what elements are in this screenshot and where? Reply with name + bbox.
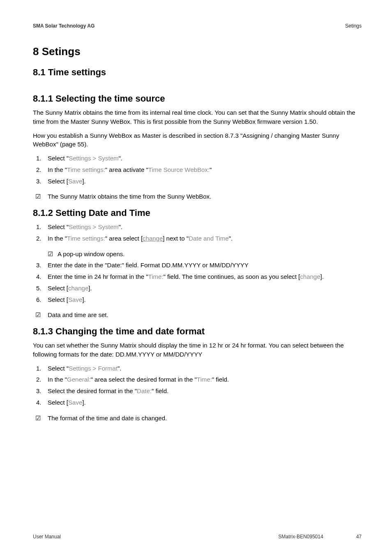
step-item: 3. Select [Save]. (33, 177, 362, 186)
step-item: 1. Select "Settings > System". (33, 154, 362, 163)
step-text: " area select the desired format in the … (91, 376, 197, 383)
ui-text: Settings > Format (69, 365, 118, 372)
ui-text: Time Source WebBox: (148, 166, 210, 173)
step-text: ]. (88, 285, 92, 292)
step-text: " field. (212, 376, 229, 383)
step-text: ]. (82, 399, 85, 406)
section-8-1-3-title: 8.1.3 Changing the time and date format (33, 326, 362, 337)
page-header: SMA Solar Technology AG Setings (33, 23, 362, 31)
ui-text: General: (67, 376, 91, 383)
result-text: Data and time are set. (48, 311, 108, 318)
step-text: ]. (82, 296, 85, 303)
step-number: 1. (36, 364, 42, 373)
ui-text: Save (68, 296, 82, 303)
step-text: ". (229, 235, 233, 242)
step-text: " field. (152, 387, 168, 394)
section-8-1-title: 8.1 Time settings (33, 67, 362, 78)
sub-result-line: ☑ A pop-up window opens. (33, 250, 362, 259)
step-text: In the " (48, 376, 67, 383)
step-item: 2. In the "Time settings:" area select [… (33, 234, 362, 243)
step-text: ". (119, 155, 123, 162)
ui-link-text: change (143, 235, 163, 242)
result-text: The Sunny Matrix obtains the time from t… (48, 193, 211, 200)
step-number: 2. (36, 165, 42, 174)
step-number: 3. (36, 387, 42, 396)
ui-text: Date and Time (189, 235, 229, 242)
step-item: 1. Select "Settings > Format". (33, 364, 362, 373)
step-item: 1. Select "Settings > System". (33, 222, 362, 232)
step-text: Select " (48, 223, 69, 230)
step-text: In the " (48, 166, 67, 173)
steps-list: 1. Select "Settings > Format". 2. In the… (33, 364, 362, 407)
step-text: " field. The time continues, as soon as … (164, 273, 300, 280)
step-text: Select [ (48, 296, 68, 303)
step-text: Select " (48, 365, 69, 372)
step-item: 4. Select [Save]. (33, 398, 362, 407)
step-text: " area activate " (105, 166, 148, 173)
step-number: 4. (36, 272, 42, 281)
check-icon: ☑ (48, 250, 53, 259)
step-item: 5. Select [change]. (33, 284, 362, 293)
steps-list: 3. Enter the date in the "Date:" field. … (33, 261, 362, 304)
ui-text: Date: (137, 387, 152, 394)
ui-text: Time settings: (67, 235, 105, 242)
step-text: Select [ (48, 399, 68, 406)
step-text: ". (119, 223, 123, 230)
step-text: Enter the time in 24 hr format in the " (48, 273, 148, 280)
ui-text: Save (68, 399, 82, 406)
footer-left: User Manual (33, 534, 61, 540)
steps-list: 1. Select "Settings > System". 2. In the… (33, 154, 362, 185)
ui-text: Settings > System (69, 223, 118, 230)
step-number: 2. (36, 234, 42, 243)
step-item: 4. Enter the time in 24 hr format in the… (33, 272, 362, 281)
step-number: 3. (36, 177, 42, 186)
sub-result-text: A pop-up window opens. (58, 250, 125, 257)
step-text: In the " (48, 235, 67, 242)
ui-text: change (68, 285, 88, 292)
ui-text: Time settings: (67, 166, 105, 173)
header-company: SMA Solar Technology AG (33, 23, 95, 29)
check-icon: ☑ (35, 414, 41, 423)
step-text: " (210, 166, 212, 173)
paragraph: How you establish a Sunny WebBox as Mast… (33, 131, 362, 149)
page-footer: User Manual SMatrix-BEN095014 47 (33, 534, 362, 540)
section-8-1-2-title: 8.1.2 Setting Date and Time (33, 208, 362, 218)
step-number: 2. (36, 375, 42, 384)
step-item: 6. Select [Save]. (33, 295, 362, 304)
header-section: Setings (345, 23, 362, 29)
result-text: The format of the time and date is chang… (48, 415, 167, 422)
step-text: Select [ (48, 285, 68, 292)
result-line: ☑ The format of the time and date is cha… (33, 414, 362, 423)
check-icon: ☑ (35, 192, 41, 201)
step-text: ] next to " (163, 235, 189, 242)
result-line: ☑ The Sunny Matrix obtains the time from… (33, 192, 362, 201)
step-item: 2. In the "Time settings:" area activate… (33, 165, 362, 174)
footer-document-code: SMatrix-BEN095014 (278, 534, 323, 540)
step-number: 1. (36, 222, 42, 232)
ui-text: change (300, 273, 320, 280)
step-text: Select the desired format in the " (48, 387, 137, 394)
step-text: ]. (321, 273, 324, 280)
chapter-title: 8 Setings (33, 45, 362, 58)
step-text: Select [ (48, 178, 68, 185)
step-number: 1. (36, 154, 42, 163)
step-number: 3. (36, 261, 42, 270)
step-item: 3. Enter the date in the "Date:" field. … (33, 261, 362, 270)
step-text: Select " (48, 155, 69, 162)
ui-text: Time: (148, 273, 164, 280)
step-text: " area select [ (105, 235, 143, 242)
paragraph: You can set whether the Sunny Matrix sho… (33, 341, 362, 359)
step-item: 3. Select the desired format in the "Dat… (33, 387, 362, 396)
step-text: Enter the date in the "Date:" field. For… (48, 262, 249, 269)
step-number: 6. (36, 295, 42, 304)
footer-page-number: 47 (356, 534, 362, 540)
ui-text: Time: (197, 376, 212, 383)
check-icon: ☑ (35, 310, 41, 320)
step-number: 4. (36, 398, 42, 407)
ui-text: Settings > System (69, 155, 118, 162)
step-text: ]. (82, 178, 85, 185)
step-item: 2. In the "General:" area select the des… (33, 375, 362, 384)
steps-list: 1. Select "Settings > System". 2. In the… (33, 222, 362, 243)
section-8-1-1-title: 8.1.1 Selecting the time source (33, 93, 362, 104)
step-text: ". (118, 365, 122, 372)
